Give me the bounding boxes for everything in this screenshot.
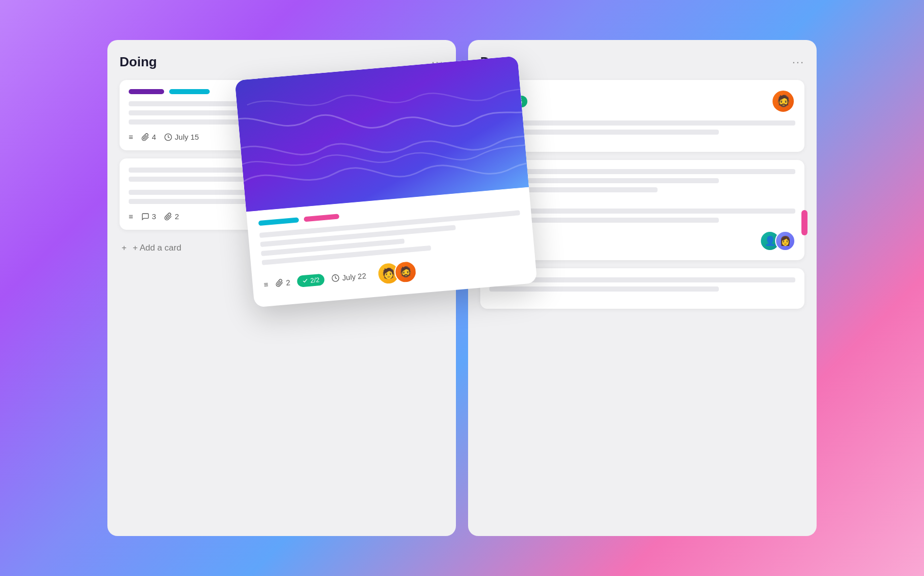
comment-info: 3 (141, 212, 156, 221)
due-date-float: July 22 (331, 271, 367, 283)
done-card1-lines (489, 120, 795, 135)
clock-icon (164, 133, 172, 141)
paperclip-icon-float (275, 278, 284, 287)
line (489, 169, 795, 174)
paperclip-icon2 (164, 213, 172, 221)
floating-card[interactable]: ≡ 2 2/2 July 22 🧑 🧔 (235, 56, 537, 307)
done-card2-footer: ≡ 6/6 👤 👩 (489, 231, 795, 251)
done-card2-lines (489, 169, 795, 192)
checklist-badge-float: 2/2 (297, 273, 325, 287)
due-date-doing-card1: July 15 (164, 133, 199, 141)
floating-card-image (235, 56, 529, 212)
description-icon2: ≡ (129, 212, 133, 221)
abstract-art-svg (235, 56, 529, 212)
attachment-info: 4 (141, 133, 156, 141)
done-card3-lines (489, 277, 795, 292)
clock-icon-float (331, 274, 340, 282)
done-card2-lines2 (489, 209, 795, 223)
column-done-header: Done ··· (480, 54, 804, 70)
line (489, 209, 795, 214)
done-card2-avatars: 👤 👩 (760, 231, 795, 251)
kanban-scene: Doing ··· ≡ 4 (107, 40, 817, 536)
description-icon: ≡ (129, 133, 133, 141)
tag-purple (129, 89, 164, 94)
done-card-1[interactable]: Jun 16 🧔 (480, 80, 804, 152)
line (489, 120, 795, 126)
pink-pill (801, 210, 807, 235)
floating-card-avatars: 🧑 🧔 (376, 260, 418, 285)
column-doing-title: Doing (120, 54, 157, 70)
avatar-orange: 🧔 (771, 89, 795, 113)
attachment-info2: 2 (164, 212, 179, 221)
svg-rect-2 (235, 56, 529, 212)
attach-info-float: 2 (275, 278, 291, 287)
tag-cyan (169, 89, 210, 94)
paperclip-icon (141, 133, 149, 141)
tag-pink-float (303, 214, 339, 222)
column-done-menu[interactable]: ··· (792, 56, 804, 69)
plus-icon: + (122, 243, 127, 253)
comment-icon (141, 213, 149, 221)
avatar-blue: 👩 (775, 231, 795, 251)
desc-icon-float: ≡ (263, 280, 268, 289)
tag-cyan-float (258, 217, 299, 226)
line (489, 286, 719, 292)
checkbox-icon-float (302, 277, 309, 284)
done-card1-header: Jun 16 🧔 (489, 89, 795, 113)
